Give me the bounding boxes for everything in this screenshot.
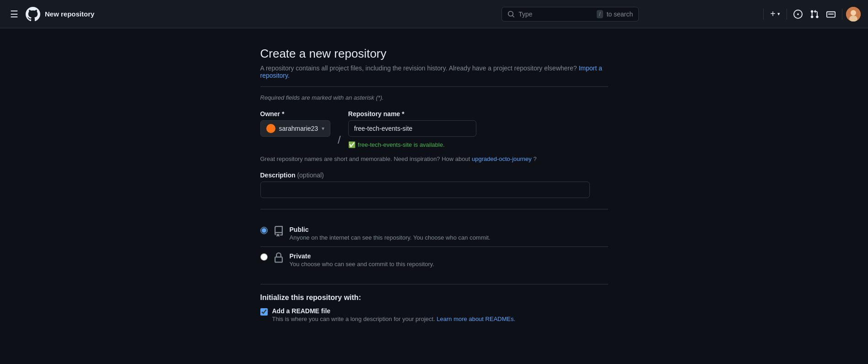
init-title: Initialize this repository with:	[260, 294, 608, 302]
navbar-left: ☰ New repository	[7, 6, 379, 22]
header-divider	[260, 86, 608, 87]
owner-dropdown[interactable]: sarahmarie23 ▾	[260, 120, 331, 137]
navbar: ☰ New repository Type / to search + ▾	[0, 0, 868, 28]
navbar-right: + ▾	[761, 6, 861, 22]
page-description: A repository contains all project files,…	[260, 64, 608, 79]
book-icon	[273, 226, 284, 237]
inbox-button[interactable]	[824, 7, 838, 21]
public-content: Public Anyone on the internet can see th…	[290, 226, 491, 241]
lock-icon	[273, 252, 284, 263]
description-group: Description (optional)	[260, 171, 608, 198]
suggestion-link[interactable]: upgraded-octo-journey	[472, 155, 532, 162]
check-circle-icon: ✅	[348, 141, 356, 148]
hamburger-button[interactable]: ☰	[7, 6, 21, 22]
availability-message: ✅ free-tech-events-site is available.	[348, 141, 476, 148]
private-content: Private You choose who can see and commi…	[290, 252, 435, 268]
nav-divider-1	[763, 9, 764, 20]
repo-name-group: Repository name * ✅ free-tech-events-sit…	[348, 110, 476, 148]
private-title: Private	[290, 252, 435, 260]
page-title: New repository	[45, 10, 94, 18]
svg-point-1	[851, 10, 856, 16]
path-separator: /	[338, 134, 341, 148]
readme-option: Add a README file This is where you can …	[260, 307, 608, 322]
new-plus-button[interactable]: + ▾	[767, 6, 783, 22]
description-label: Description (optional)	[260, 171, 608, 179]
description-input[interactable]	[260, 182, 590, 198]
private-option: Private You choose who can see and commi…	[260, 246, 608, 273]
owner-avatar	[266, 124, 275, 133]
repo-name-input[interactable]	[348, 120, 476, 137]
owner-group: Owner * sarahmarie23 ▾	[260, 110, 331, 137]
readme-checkbox[interactable]	[260, 308, 268, 316]
create-repo-title: Create a new repository	[260, 47, 608, 61]
public-option: Public Anyone on the internet can see th…	[260, 220, 608, 246]
hamburger-icon: ☰	[10, 9, 18, 20]
public-title: Public	[290, 226, 491, 233]
owner-chevron-icon: ▾	[322, 125, 324, 132]
readme-learn-more-link[interactable]: Learn more about READMEs.	[437, 316, 515, 322]
public-radio[interactable]	[260, 227, 268, 234]
owner-repo-row: Owner * sarahmarie23 ▾ / Repository name…	[260, 110, 608, 148]
github-logo	[26, 7, 40, 21]
search-placeholder: Type	[518, 11, 532, 18]
chevron-down-icon: ▾	[777, 11, 780, 17]
owner-label: Owner *	[260, 110, 331, 118]
visibility-divider-top	[260, 209, 608, 209]
plus-icon: +	[770, 9, 776, 19]
issues-button[interactable]	[791, 7, 805, 21]
search-kbd: /	[597, 10, 603, 18]
search-icon	[507, 11, 515, 18]
nav-divider-3	[842, 9, 842, 20]
required-note: Required fields are marked with an aster…	[260, 94, 608, 101]
search-bar[interactable]: Type / to search	[501, 7, 639, 21]
suggestion-text: Great repository names are short and mem…	[260, 155, 608, 162]
user-avatar[interactable]	[846, 7, 861, 21]
search-to: to search	[607, 11, 633, 18]
pullrequest-icon	[810, 10, 819, 19]
issues-icon	[793, 10, 803, 19]
readme-content: Add a README file This is where you can …	[272, 307, 516, 322]
private-radio[interactable]	[260, 253, 268, 261]
repo-name-label: Repository name *	[348, 110, 476, 118]
init-section: Initialize this repository with: Add a R…	[260, 294, 608, 322]
inbox-icon	[826, 10, 836, 19]
pull-requests-button[interactable]	[807, 7, 822, 21]
readme-title: Add a README file	[272, 307, 516, 315]
public-desc: Anyone on the internet can see this repo…	[290, 234, 491, 241]
nav-divider-2	[787, 9, 787, 20]
private-desc: You choose who can see and commit to thi…	[290, 261, 435, 268]
owner-name: sarahmarie23	[279, 125, 318, 132]
main-content: Create a new repository A repository con…	[251, 28, 617, 341]
visibility-section: Public Anyone on the internet can see th…	[260, 220, 608, 273]
readme-desc: This is where you can write a long descr…	[272, 316, 516, 322]
navbar-center: Type / to search	[384, 7, 756, 21]
init-divider	[260, 284, 608, 284]
